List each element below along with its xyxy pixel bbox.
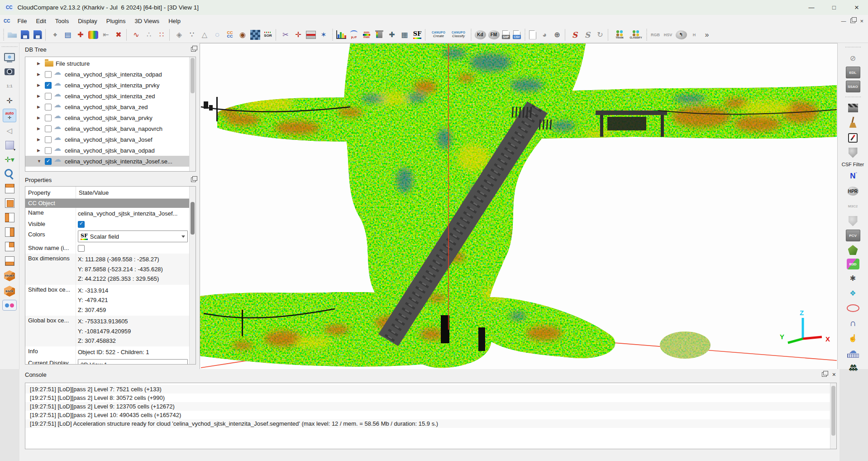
menu-item[interactable]: Tools [51, 16, 73, 26]
display-options-button[interactable] [3, 51, 16, 63]
visibility-checkbox[interactable] [45, 82, 52, 89]
save-button[interactable] [19, 29, 31, 41]
tree-item-file-structure[interactable]: ▶ File structure [25, 58, 190, 69]
expander-icon[interactable]: ▶ [37, 137, 43, 142]
compass-button[interactable] [847, 131, 859, 144]
toolbar-drag-handle[interactable] [331, 29, 334, 41]
toolbar-drag-handle[interactable] [645, 29, 648, 41]
hsv-filter-button[interactable]: HSV [662, 29, 674, 41]
tree-item-barva-napovrch[interactable]: ▶ celina_vychod_sjtsk_barva_napovrch [25, 123, 190, 134]
checkerboard-button[interactable] [249, 29, 262, 41]
expander-icon[interactable]: ▼ [37, 159, 43, 163]
value-checkbox[interactable] [78, 245, 85, 252]
3d-viewport[interactable]: Z X Y [200, 43, 837, 369]
stereo-mode-button[interactable] [2, 300, 17, 311]
ellipse-tool-button[interactable] [847, 302, 859, 314]
merge-button[interactable]: ⇤ [100, 29, 112, 41]
menu-item[interactable]: File [13, 16, 31, 26]
poisson-recon-button[interactable] [847, 244, 859, 256]
tree-scrollbar-thumb[interactable] [191, 58, 195, 93]
pick-rotation-center-button[interactable]: ✛ [3, 94, 16, 107]
cross-section-button[interactable] [305, 29, 317, 41]
expander-icon[interactable]: ▶ [37, 61, 43, 66]
sidebar-drag-handle[interactable] [845, 96, 861, 98]
visibility-checkbox[interactable] [45, 147, 52, 154]
m3c2-button[interactable]: M3C2 [847, 200, 859, 212]
point-picking-button[interactable]: ∷ [155, 29, 168, 41]
mdi-close-button[interactable]: × [860, 18, 863, 24]
rotate-camera-button[interactable]: ◁ [3, 124, 16, 137]
magnet-tool-button[interactable]: ∩ [847, 317, 859, 329]
shp-export-button[interactable]: SHP [501, 29, 511, 41]
plug-button[interactable]: ◉ [236, 29, 249, 41]
menu-item[interactable]: 3D Views [130, 16, 164, 26]
view-right-button[interactable] [3, 226, 16, 238]
value-dropdown[interactable]: 3D View 1 [78, 359, 188, 365]
rgb-filter-button[interactable]: RGB [649, 29, 662, 41]
ransac-button[interactable]: R3D [847, 259, 859, 269]
tree-item-barva-prvky[interactable]: ▶ celina_vychod_sjtsk_barva_prvky [25, 112, 190, 123]
csv-export-button[interactable]: CSV [511, 29, 522, 41]
convex-hull-button[interactable]: ◈ [173, 29, 186, 41]
cloud-layers-button[interactable]: ☁ [847, 346, 859, 359]
visibility-checkbox[interactable] [45, 158, 52, 165]
canupo-classify-button[interactable]: CANUPOClassify [448, 29, 468, 41]
front-iso-view-button[interactable]: FRONT [2, 269, 17, 283]
mdi-minimize-button[interactable]: — [841, 18, 846, 24]
value-dropdown[interactable]: SF Scalar field [78, 230, 188, 242]
expander-icon[interactable]: ▶ [37, 148, 43, 153]
separator[interactable] [126, 29, 129, 41]
visibility-checkbox[interactable] [45, 136, 52, 143]
expander-icon[interactable]: ▶ [37, 72, 43, 77]
console-scrollbar[interactable] [830, 383, 836, 449]
expander-icon[interactable]: ▶ [37, 105, 43, 109]
toolbar-drag-handle[interactable] [523, 29, 526, 41]
gears-tool-button[interactable]: ✱ [847, 272, 859, 284]
csf-filter-label[interactable]: CSF Filter [838, 161, 868, 168]
sor-filter-button[interactable]: SOR [262, 29, 274, 41]
animation-button[interactable] [847, 101, 859, 114]
sample-points-button[interactable]: ∵ [186, 29, 198, 41]
tree-scrollbar[interactable] [189, 57, 196, 171]
sf-gaussian-fit-button[interactable]: μ,σ [348, 29, 360, 41]
separator[interactable] [45, 29, 48, 41]
tree-item-intenzita-zed[interactable]: ▶ celina_vychod_sjtsk_intenzita_zed [25, 91, 190, 101]
spline-button[interactable]: S [568, 29, 581, 41]
expander-icon[interactable]: ▶ [37, 83, 43, 87]
separator[interactable] [425, 29, 427, 41]
separator[interactable] [565, 29, 567, 41]
back-iso-view-button[interactable]: BACK [2, 284, 17, 298]
sphere-pie-button[interactable]: ◕ [538, 29, 551, 41]
menu-item[interactable]: Plugins [102, 16, 130, 26]
facets-button[interactable]: ❖ [847, 287, 859, 299]
hpr-button[interactable]: HPR [846, 185, 860, 197]
sf-badge-button[interactable]: SF [411, 29, 424, 41]
float-panel-button[interactable] [822, 372, 827, 377]
float-panel-button[interactable] [191, 47, 196, 52]
zoom-fit-button[interactable] [3, 168, 16, 180]
visibility-checkbox[interactable] [45, 93, 52, 100]
spline-fit-button[interactable]: S [581, 29, 594, 41]
separator[interactable] [276, 29, 278, 41]
h-tool-button[interactable]: H [688, 29, 701, 41]
save-all-button[interactable] [31, 29, 44, 41]
subsample-button[interactable]: ◌ [211, 29, 224, 41]
toolbar-overflow-button[interactable]: » [701, 29, 713, 41]
sf-minmax-button[interactable]: minmax [360, 29, 373, 41]
visibility-checkbox[interactable] [45, 115, 52, 121]
expander-icon[interactable]: ▶ [37, 126, 43, 131]
close-button[interactable]: × [845, 0, 868, 15]
open-button[interactable] [6, 29, 19, 41]
shield-tool-button[interactable] [847, 215, 859, 227]
sidebar-drag-handle[interactable] [2, 45, 17, 48]
view-bottom-button[interactable] [3, 255, 16, 267]
toolbar-drag-handle[interactable] [469, 29, 472, 41]
set-pivot-button[interactable]: ✛▾ [3, 153, 16, 166]
segment-polyline-button[interactable]: ✚ [74, 29, 87, 41]
properties-scrollbar-thumb[interactable] [191, 202, 195, 235]
translate-rotate-button[interactable]: ✛ [292, 29, 305, 41]
tree-item-barva-odpad[interactable]: ▶ celina_vychod_sjtsk_barva_odpad [25, 145, 190, 156]
scissors-segment-button[interactable]: ✂ [279, 29, 292, 41]
float-panel-button[interactable] [191, 178, 196, 182]
view-top-button[interactable] [3, 182, 16, 195]
